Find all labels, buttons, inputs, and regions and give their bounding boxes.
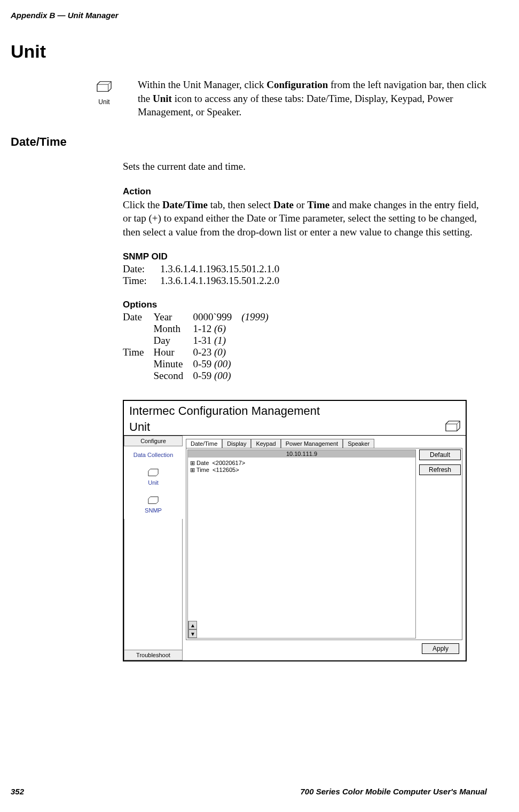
sidebar-item-data-collection[interactable]: Data Collection (124, 446, 183, 463)
opt-range: 0-23 (0) (193, 346, 241, 358)
tab-display[interactable]: Display (222, 439, 251, 448)
option-row: Month 1-12 (6) (123, 323, 278, 335)
tree-panel[interactable]: 10.10.111.9 ⊞ Date <20020617> ⊞ Time <11… (187, 450, 416, 638)
intro-paragraph: Within the Unit Manager, click Configura… (138, 78, 487, 119)
opt-group: Date (123, 311, 153, 323)
tabs-row: Date/Time Display Keypad Power Managemen… (186, 439, 462, 448)
unit-icon-caption: Unit (85, 98, 123, 106)
tag-icon (148, 469, 159, 477)
tab-datetime[interactable]: Date/Time (186, 439, 222, 448)
snmp-date-value: 1.3.6.1.4.1.1963.15.501.2.1.0 (160, 263, 279, 275)
refresh-button[interactable]: Refresh (419, 464, 461, 475)
opt-group (123, 335, 153, 346)
section-title: Unit (11, 41, 487, 62)
sidebar-tab-configure[interactable]: Configure (124, 436, 183, 446)
snmp-heading: SNMP OID (123, 251, 487, 262)
opt-range: 1-31 (1) (193, 335, 241, 346)
svg-marker-0 (97, 82, 111, 91)
tag-icon (148, 496, 159, 505)
opt-range: 0-59 (00) (193, 358, 241, 370)
snmp-time-value: 1.3.6.1.4.1.1963.15.501.2.2.0 (160, 275, 279, 287)
sidebar-item-label: Unit (148, 479, 159, 486)
snmp-date-label: Date: (123, 263, 160, 275)
svg-marker-9 (148, 497, 158, 504)
opt-field: Minute (153, 358, 193, 370)
scroll-down-icon[interactable]: ▼ (188, 629, 197, 638)
snmp-time-label: Time: (123, 275, 160, 287)
app-screenshot: Intermec Configuration Management Unit C… (123, 400, 467, 661)
datetime-body: Sets the current date and time. (123, 160, 487, 174)
tab-power-management[interactable]: Power Management (281, 439, 343, 448)
tree-scrollbar[interactable]: ▲ ▼ (188, 621, 197, 638)
action-heading: Action (123, 186, 487, 197)
page-number: 352 (11, 787, 24, 796)
default-button[interactable]: Default (419, 450, 461, 460)
opt-field: Second (153, 370, 193, 382)
opt-range: 0-59 (00) (193, 370, 241, 382)
sidebar-item-label: SNMP (145, 507, 162, 514)
panel-title: Unit (129, 420, 150, 434)
tree-header-ip: 10.10.111.9 (188, 450, 415, 458)
opt-range: 0000`999 (193, 311, 241, 323)
opt-field: Month (153, 323, 193, 335)
svg-marker-4 (446, 421, 460, 431)
doc-title: 700 Series Color Mobile Computer User's … (301, 787, 487, 796)
opt-group: Time (123, 346, 153, 358)
options-heading: Options (123, 299, 487, 310)
opt-group (123, 370, 153, 382)
opt-group (123, 358, 153, 370)
sidebar-item-snmp[interactable]: SNMP (124, 491, 183, 519)
tab-speaker[interactable]: Speaker (343, 439, 374, 448)
option-row: Time Hour 0-23 (0) (123, 346, 278, 358)
option-row: Minute 0-59 (00) (123, 358, 278, 370)
opt-field: Year (153, 311, 193, 323)
opt-default: (1999) (241, 311, 278, 323)
opt-range: 1-12 (6) (193, 323, 241, 335)
unit-icon (95, 81, 114, 95)
running-head: Appendix B — Unit Manager (11, 11, 487, 20)
tree-node-date[interactable]: ⊞ Date <20020617> (190, 460, 413, 467)
options-table: Date Year 0000`999 (1999) Month 1-12 (6)… (123, 311, 278, 382)
opt-field: Day (153, 335, 193, 346)
option-row: Date Year 0000`999 (1999) (123, 311, 278, 323)
panel-icon (445, 421, 460, 433)
sidebar-tab-troubleshoot[interactable]: Troubleshoot (124, 650, 183, 660)
option-row: Second 0-59 (00) (123, 370, 278, 382)
sidebar: Configure Data Collection Unit SNMP Trou… (124, 436, 183, 660)
option-row: Day 1-31 (1) (123, 335, 278, 346)
opt-field: Hour (153, 346, 193, 358)
svg-marker-8 (148, 469, 158, 476)
action-body: Click the Date/Time tab, then select Dat… (123, 198, 487, 239)
tree-node-time[interactable]: ⊞ Time <112605> (190, 467, 413, 474)
sidebar-item-label: Data Collection (133, 452, 174, 458)
opt-group (123, 323, 153, 335)
apply-button[interactable]: Apply (422, 643, 459, 654)
app-title: Intermec Configuration Management (124, 401, 466, 418)
datetime-title: Date/Time (11, 135, 487, 149)
tab-keypad[interactable]: Keypad (251, 439, 280, 448)
scroll-up-icon[interactable]: ▲ (188, 621, 197, 629)
sidebar-item-unit[interactable]: Unit (124, 463, 183, 491)
